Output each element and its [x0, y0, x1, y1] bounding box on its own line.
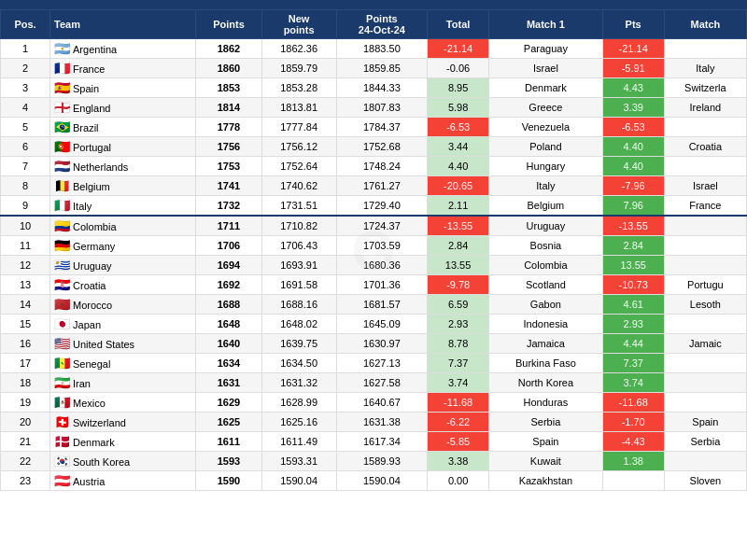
cell-total: 5.98	[428, 98, 489, 118]
table-body: 1🇦🇷Argentina18621862.361883.50-21.14Para…	[1, 39, 747, 491]
team-name: United States	[73, 339, 134, 350]
cell-match1: Italy	[489, 176, 602, 196]
cell-pts-oct: 1640.67	[336, 393, 427, 413]
flag-icon: 🇺🇸	[54, 336, 70, 351]
cell-total: 3.44	[428, 137, 489, 157]
team-name: Austria	[73, 476, 105, 487]
cell-points: 1593	[196, 452, 261, 471]
cell-match2: Sloven	[664, 471, 746, 491]
cell-new-points: 1752.64	[261, 157, 336, 176]
cell-pos: 23	[1, 471, 50, 491]
cell-pts1: 2.93	[602, 315, 664, 334]
cell-match2	[664, 373, 746, 393]
cell-team: 🇰🇷South Korea	[50, 452, 196, 471]
cell-new-points: 1859.79	[261, 59, 336, 78]
cell-points: 1631	[196, 373, 261, 393]
table-row: 15🇯🇵Japan16481648.021645.092.93Indonesia…	[1, 315, 747, 334]
cell-total: -0.06	[428, 59, 489, 78]
cell-pos: 2	[1, 59, 50, 78]
cell-pts-oct: 1748.24	[336, 157, 427, 176]
header-row: Pos. Team Points Newpoints Points24-Oct-…	[1, 10, 747, 39]
cell-total: 6.59	[428, 295, 489, 315]
cell-pts-oct: 1590.04	[336, 471, 427, 491]
rankings-table: Pos. Team Points Newpoints Points24-Oct-…	[0, 9, 747, 491]
flag-icon: 🇮🇷	[54, 375, 70, 390]
cell-match1: Kuwait	[489, 452, 602, 471]
cell-match2: Ireland	[664, 98, 746, 118]
cell-total: 2.93	[428, 315, 489, 334]
flag-icon: 🇩🇰	[54, 434, 70, 449]
table-row: 22🇰🇷South Korea15931593.311589.933.38Kuw…	[1, 452, 747, 471]
cell-new-points: 1631.32	[261, 373, 336, 393]
cell-pts1: 7.37	[602, 354, 664, 373]
col-pos: Pos.	[1, 10, 50, 39]
team-name: Senegal	[73, 358, 110, 370]
cell-pos: 17	[1, 354, 50, 373]
team-name: Croatia	[73, 280, 106, 291]
cell-new-points: 1813.81	[261, 98, 336, 118]
cell-team: 🇺🇾Uruguay	[50, 256, 196, 275]
flag-icon: 🇮🇹	[54, 198, 70, 213]
table-row: 5🇧🇷Brazil17781777.841784.37-6.53Venezuel…	[1, 118, 747, 137]
cell-pos: 13	[1, 275, 50, 295]
cell-new-points: 1693.91	[261, 256, 336, 275]
cell-total: -6.22	[428, 413, 489, 432]
flag-icon: 🇵🇹	[54, 139, 70, 154]
team-name: Colombia	[73, 221, 116, 232]
table-row: 19🇲🇽Mexico16291628.991640.67-11.68Hondur…	[1, 393, 747, 413]
cell-total: 2.84	[428, 236, 489, 256]
cell-pts1: 4.40	[602, 157, 664, 176]
cell-team: 🇦🇷Argentina	[50, 39, 196, 59]
cell-match1: Bosnia	[489, 236, 602, 256]
cell-points: 1692	[196, 275, 261, 295]
cell-match2	[664, 393, 746, 413]
cell-match1: Gabon	[489, 295, 602, 315]
cell-match1: Greece	[489, 98, 602, 118]
cell-new-points: 1593.31	[261, 452, 336, 471]
cell-pos: 19	[1, 393, 50, 413]
cell-match1: Hungary	[489, 157, 602, 176]
cell-match2: Croatia	[664, 137, 746, 157]
cell-team: 🇮🇷Iran	[50, 373, 196, 393]
cell-new-points: 1611.49	[261, 432, 336, 452]
cell-team: 🇦🇹Austria	[50, 471, 196, 491]
col-pts-oct: Points24-Oct-24	[336, 10, 427, 39]
cell-pts1: -6.53	[602, 118, 664, 137]
team-name: South Korea	[73, 456, 130, 468]
cell-new-points: 1777.84	[261, 118, 336, 137]
cell-pts-oct: 1645.09	[336, 315, 427, 334]
cell-new-points: 1639.75	[261, 334, 336, 354]
cell-pts-oct: 1859.85	[336, 59, 427, 78]
flag-icon: 🇸🇳	[54, 356, 70, 371]
cell-pts-oct: 1883.50	[336, 39, 427, 59]
cell-match1: Paraguay	[489, 39, 602, 59]
cell-new-points: 1688.16	[261, 295, 336, 315]
cell-pos: 1	[1, 39, 50, 59]
cell-team: 🇲🇦Morocco	[50, 295, 196, 315]
cell-pts-oct: 1724.37	[336, 216, 427, 236]
cell-match1: Denmark	[489, 78, 602, 98]
cell-points: 1853	[196, 78, 261, 98]
cell-team: 🇫🇷France	[50, 59, 196, 78]
cell-pts1: -7.96	[602, 176, 664, 196]
cell-pts-oct: 1631.38	[336, 413, 427, 432]
cell-new-points: 1710.82	[261, 216, 336, 236]
cell-total: -9.78	[428, 275, 489, 295]
cell-match1: Venezuela	[489, 118, 602, 137]
cell-pts1: 4.61	[602, 295, 664, 315]
flag-icon: 🇲🇽	[54, 395, 70, 410]
table-row: 11🇩🇪Germany17061706.431703.592.84Bosnia2…	[1, 236, 747, 256]
cell-match2	[664, 39, 746, 59]
cell-total: -13.55	[428, 216, 489, 236]
cell-team: 🇧🇷Brazil	[50, 118, 196, 137]
cell-match1: Israel	[489, 59, 602, 78]
flag-icon: 🇧🇷	[54, 119, 70, 134]
cell-new-points: 1862.36	[261, 39, 336, 59]
cell-pos: 10	[1, 216, 50, 236]
cell-pos: 15	[1, 315, 50, 334]
cell-pts-oct: 1784.37	[336, 118, 427, 137]
cell-new-points: 1648.02	[261, 315, 336, 334]
cell-pos: 20	[1, 413, 50, 432]
cell-new-points: 1706.43	[261, 236, 336, 256]
table-row: 2🇫🇷France18601859.791859.85-0.06Israel-5…	[1, 59, 747, 78]
